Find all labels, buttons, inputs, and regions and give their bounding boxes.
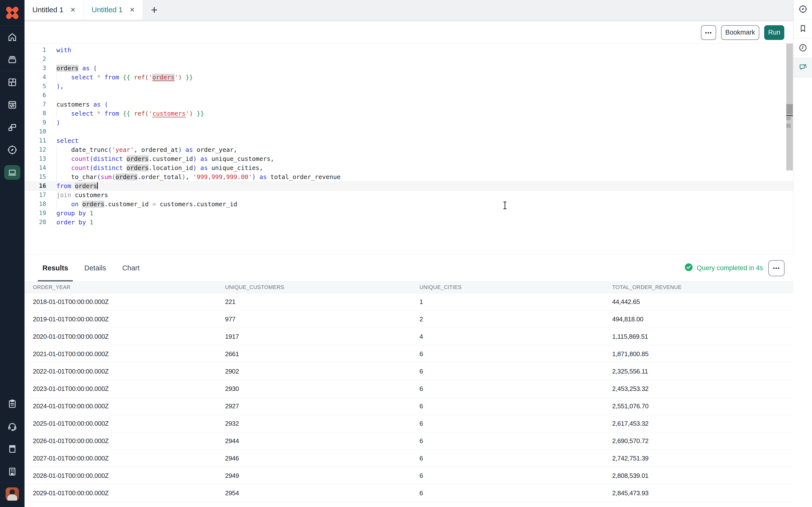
sidebar-item-workspaces[interactable] (0, 116, 24, 138)
code-text: from orders (56, 181, 98, 190)
code-line[interactable]: 12 date_trunc('year', ordered_at) as ord… (24, 145, 793, 154)
line-number: 20 (24, 218, 56, 227)
compass-icon (798, 4, 808, 15)
table-cell: 44,442.65 (612, 298, 640, 306)
sidebar-item-docs[interactable] (0, 438, 24, 460)
code-line[interactable]: 20order by 1 (24, 218, 793, 227)
code-line[interactable]: 13 count(distinct orders.customer_id) as… (24, 154, 793, 163)
table-cell: 2028-01-01T00:00:00.000Z (33, 472, 109, 480)
results-tab-chart[interactable]: Chart (117, 255, 144, 281)
column-header: ORDER_YEAR (33, 284, 70, 290)
sidebar-item-changelog[interactable] (0, 393, 24, 415)
table-cell: 2949 (225, 472, 239, 480)
sidebar-item-notebook-active[interactable] (0, 161, 24, 184)
sidebar-item-organization[interactable] (0, 460, 24, 483)
code-line[interactable]: 11select (24, 136, 793, 145)
code-text: to_char(sum(orders.order_total), '999,99… (56, 172, 341, 181)
run-button[interactable]: Run (764, 25, 784, 40)
table-cell: 2 (419, 316, 423, 323)
code-line[interactable]: 17join customers (24, 190, 793, 200)
table-row: 2020-01-01T00:00:00.000Z191741,115,869.5… (24, 328, 793, 345)
results-tab-results[interactable]: Results (38, 255, 73, 281)
table-header: ORDER_YEARUNIQUE_CUSTOMERSUNIQUE_CITIEST… (24, 282, 793, 293)
code-line[interactable]: 7customers as ( (24, 100, 793, 109)
sidebar-item-apps[interactable] (0, 71, 24, 94)
table-row: 2026-01-01T00:00:00.000Z294462,690,570.7… (24, 432, 793, 450)
code-line[interactable]: 3orders as ( (24, 64, 793, 73)
text-cursor-pointer-icon (505, 202, 505, 209)
code-text: order by 1 (56, 218, 93, 227)
table-cell: 2,617,453.32 (612, 420, 649, 428)
table-cell: 1,871,800.85 (612, 350, 649, 358)
code-line[interactable]: 16from orders (24, 181, 793, 190)
panel-explore-button[interactable] (794, 0, 812, 19)
code-text: select (56, 136, 79, 145)
notebook-tab[interactable]: Untitled 1✕ (84, 0, 143, 19)
tab-label: Untitled 1 (92, 6, 123, 14)
code-line[interactable]: 15 to_char(sum(orders.order_total), '999… (24, 172, 793, 181)
table-cell: 2661 (225, 350, 239, 358)
user-avatar[interactable] (6, 488, 19, 501)
table-cell: 2024-01-01T00:00:00.000Z (33, 402, 109, 410)
table-cell: 6 (419, 368, 423, 375)
sidebar-item-home[interactable] (0, 26, 24, 48)
code-line[interactable]: 19group by 1 (24, 209, 793, 218)
table-cell: 2932 (225, 420, 239, 428)
sidebar-item-explore[interactable] (0, 138, 24, 161)
sidebar-item-projects[interactable] (0, 48, 24, 71)
table-cell: 2,690,570.72 (612, 437, 649, 445)
projects-drawer-icon (7, 54, 18, 65)
code-lines: 1with23orders as (4 select * from {{ ref… (24, 46, 793, 227)
results-panel: ResultsDetailsChart Query completed in 4… (24, 255, 793, 507)
code-line[interactable]: 4 select * from {{ ref('orders') }} (24, 73, 793, 82)
results-tab-details[interactable]: Details (80, 255, 111, 281)
code-line[interactable]: 6 (24, 91, 793, 100)
tab-close-icon[interactable]: ✕ (70, 6, 76, 14)
table-row: 2021-01-01T00:00:00.000Z266161,871,800.8… (24, 345, 793, 363)
code-line[interactable]: 2 (24, 55, 793, 64)
table-cell: 6 (419, 489, 423, 497)
code-line[interactable]: 5), (24, 82, 793, 91)
clipboard-icon (7, 398, 18, 409)
column-header: TOTAL_ORDER_REVENUE (612, 284, 681, 290)
line-number: 4 (24, 73, 56, 82)
tab-close-icon[interactable]: ✕ (130, 6, 135, 14)
line-number: 9 (24, 118, 56, 127)
docs-book-icon (7, 444, 18, 454)
table-cell: 1 (419, 298, 423, 306)
results-more-button[interactable]: ••• (768, 260, 784, 276)
panel-ai-assistant-button[interactable] (794, 58, 812, 77)
bookmark-button[interactable]: Bookmark (721, 25, 759, 40)
editor-scroll-marker (786, 115, 793, 116)
panel-history-button[interactable] (794, 39, 812, 58)
code-line[interactable]: 8 select * from {{ ref('customers') }} (24, 109, 793, 118)
table-cell: 977 (225, 316, 235, 323)
indent-guide (56, 145, 57, 154)
sql-editor[interactable]: 1with23orders as (4 select * from {{ ref… (24, 44, 793, 255)
results-tab-row: ResultsDetailsChart Query completed in 4… (24, 255, 793, 282)
line-number: 17 (24, 190, 56, 200)
code-line[interactable]: 1with (24, 46, 793, 55)
table-row: 2023-01-01T00:00:00.000Z293062,453,253.3… (24, 380, 793, 397)
notebook-tab[interactable]: Untitled 1✕ (24, 0, 84, 19)
indent-guide (56, 172, 57, 181)
code-line[interactable]: 18 on orders.customer_id = customers.cus… (24, 200, 793, 209)
code-line[interactable]: 14 count(distinct orders.location_id) as… (24, 163, 793, 172)
sidebar-item-code[interactable] (0, 94, 24, 116)
table-cell: 6 (419, 350, 423, 358)
panel-bookmarks-button[interactable] (794, 19, 812, 39)
new-tab-button[interactable]: + (143, 0, 165, 19)
table-cell: 6 (419, 437, 423, 445)
code-line[interactable]: 9) (24, 118, 793, 127)
sidebar-item-support[interactable] (0, 415, 24, 438)
code-text: with (56, 46, 71, 55)
table-cell: 6 (419, 420, 423, 428)
code-line[interactable]: 10 (24, 127, 793, 136)
app-logo[interactable] (0, 0, 24, 25)
editor-scrollbar-thumb[interactable] (786, 104, 793, 114)
table-cell: 2930 (225, 385, 239, 393)
line-number: 12 (24, 145, 56, 154)
more-options-button[interactable]: ••• (701, 25, 716, 40)
indent-guide (56, 154, 57, 163)
cell-toolbar: ••• Bookmark Run (24, 21, 793, 44)
